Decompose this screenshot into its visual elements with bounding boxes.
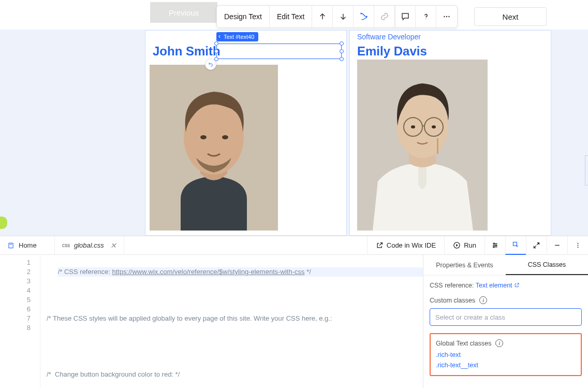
- css-badge: css: [62, 242, 70, 248]
- line-gutter: 12345678: [0, 255, 40, 388]
- link-button[interactable]: [374, 5, 395, 28]
- global-classes-label: Global Text classes: [436, 340, 491, 347]
- svg-point-2: [425, 19, 426, 19]
- comment-icon: [401, 12, 410, 21]
- element-toolbar: Design Text Edit Text: [216, 5, 458, 28]
- svg-point-4: [446, 16, 447, 17]
- custom-classes-label: Custom classes: [430, 297, 475, 304]
- global-classes-box: Global Text classes i .rich-text .rich-t…: [430, 333, 582, 376]
- resize-handle[interactable]: [340, 49, 344, 53]
- svg-point-9: [222, 135, 228, 139]
- svg-point-1: [366, 16, 368, 18]
- name-text[interactable]: John Smith: [153, 44, 220, 59]
- portrait-image: [357, 60, 488, 231]
- svg-point-20: [495, 245, 497, 246]
- tab-css-classes[interactable]: CSS Classes: [506, 255, 588, 275]
- help-button[interactable]: [416, 5, 436, 28]
- resize-handle[interactable]: [340, 57, 344, 61]
- svg-point-25: [578, 247, 579, 248]
- ide-actions: Code in Wix IDE Run: [367, 236, 588, 254]
- animation-button[interactable]: [354, 5, 374, 28]
- resize-handle[interactable]: [214, 49, 218, 53]
- svg-point-5: [449, 16, 450, 17]
- page-icon: [7, 242, 14, 249]
- run-button[interactable]: Run: [444, 236, 484, 255]
- code-editor[interactable]: 12345678 /* CSS reference: https://www.w…: [0, 255, 423, 388]
- tab-css-classes-label: CSS Classes: [528, 261, 566, 268]
- comment-button[interactable]: [395, 5, 416, 28]
- global-class-item[interactable]: .rich-text__text: [436, 362, 576, 369]
- svg-point-19: [493, 243, 495, 245]
- portrait-image: [150, 65, 278, 231]
- svg-point-24: [578, 245, 579, 246]
- info-icon[interactable]: i: [495, 339, 503, 347]
- inspect-icon: [512, 241, 520, 249]
- grid-edge-marker: [585, 155, 588, 185]
- svg-rect-16: [437, 138, 438, 154]
- svg-point-14: [411, 125, 415, 128]
- tab-global-css[interactable]: css global.css ✕: [55, 236, 124, 254]
- properties-tabs: Properties & Events CSS Classes: [423, 255, 588, 276]
- name-text[interactable]: Emily Davis: [357, 44, 427, 59]
- resize-handle[interactable]: [340, 41, 344, 46]
- code-url[interactable]: https://www.wix.com/velo/reference/$w/st…: [112, 268, 304, 276]
- tab-home[interactable]: Home: [0, 236, 55, 254]
- custom-class-input[interactable]: [430, 308, 582, 326]
- external-link-icon: [514, 282, 520, 288]
- css-reference-label: CSS reference:: [430, 282, 474, 289]
- svg-point-23: [578, 243, 579, 244]
- profile-card-right[interactable]: Software Developer Emily Davis: [349, 30, 551, 236]
- expand-button[interactable]: [526, 236, 547, 255]
- ide-tabs: Home css global.css ✕ Code in Wix IDE Ru…: [0, 236, 588, 255]
- properties-panel: Properties & Events CSS Classes CSS refe…: [423, 255, 588, 388]
- move-up-button[interactable]: [312, 5, 333, 28]
- code-ide-panel: Home css global.css ✕ Code in Wix IDE Ru…: [0, 236, 588, 388]
- undo-button[interactable]: [205, 59, 216, 70]
- code-text: [47, 286, 423, 295]
- ide-more-button[interactable]: [567, 236, 588, 255]
- code-text: [47, 342, 423, 351]
- arrow-up-icon: [318, 12, 327, 21]
- svg-point-3: [444, 16, 445, 17]
- previous-button[interactable]: Previous: [150, 2, 217, 23]
- designer-canvas[interactable]: Previous Next Design Text Edit Text anag…: [0, 0, 588, 236]
- open-wix-ide-button[interactable]: Code in Wix IDE: [367, 236, 444, 255]
- svg-rect-17: [9, 243, 13, 248]
- inspect-button[interactable]: [505, 236, 526, 255]
- resize-handle[interactable]: [214, 41, 218, 46]
- css-reference-link[interactable]: Text element: [476, 282, 520, 289]
- css-reference-row: CSS reference: Text element: [430, 282, 582, 289]
- expand-icon: [533, 241, 540, 249]
- selection-tag[interactable]: Text #text40: [216, 32, 258, 41]
- selection-box[interactable]: [216, 44, 342, 59]
- code-content[interactable]: /* CSS reference: https://www.wix.com/ve…: [40, 255, 423, 388]
- design-text-label: Design Text: [224, 12, 262, 21]
- run-label: Run: [464, 241, 476, 249]
- selection-tag-label: Text #text40: [224, 34, 254, 40]
- accent-blob: [0, 217, 7, 229]
- design-text-button[interactable]: Design Text: [217, 6, 270, 27]
- css-reference-link-text: Text element: [476, 282, 512, 289]
- tab-pe-label: Properties & Events: [436, 262, 493, 269]
- arrow-down-icon: [339, 12, 348, 21]
- more-vertical-icon: [574, 241, 582, 249]
- svg-point-21: [493, 246, 495, 248]
- help-icon: [421, 12, 431, 21]
- open-wix-ide-label: Code in Wix IDE: [387, 241, 436, 249]
- code-text: */: [305, 268, 311, 276]
- minimize-icon: [553, 241, 561, 249]
- animation-icon: [359, 12, 369, 21]
- more-button[interactable]: [436, 5, 457, 28]
- settings-button[interactable]: [484, 236, 505, 255]
- profile-card-left[interactable]: anager John Smith: [145, 30, 347, 236]
- move-down-button[interactable]: [333, 5, 354, 28]
- minimize-button[interactable]: [547, 236, 567, 255]
- tab-properties-events[interactable]: Properties & Events: [423, 255, 506, 275]
- info-icon[interactable]: i: [479, 296, 487, 304]
- code-text: /* Change button background color to red…: [47, 370, 423, 379]
- global-class-item[interactable]: .rich-text: [436, 351, 576, 358]
- next-button[interactable]: Next: [474, 7, 547, 26]
- svg-point-0: [360, 13, 362, 15]
- close-tab-button[interactable]: ✕: [110, 241, 116, 250]
- edit-text-button[interactable]: Edit Text: [270, 6, 312, 27]
